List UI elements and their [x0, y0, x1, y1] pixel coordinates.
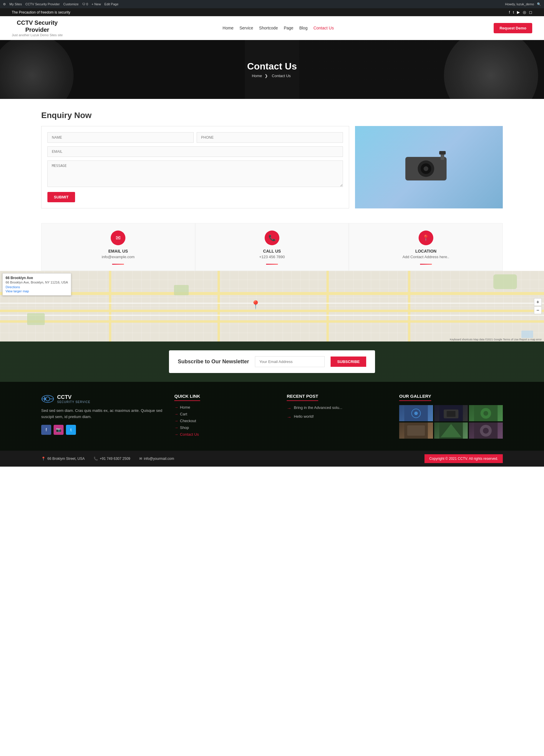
- comments-badge: 🗨 0: [82, 2, 88, 6]
- hero-banner: Contact Us Home ❯ Contact Us: [0, 40, 544, 99]
- request-demo-button[interactable]: Request Demo: [494, 23, 532, 33]
- post-text-2[interactable]: Hello world!: [294, 414, 314, 419]
- logo-subtitle: Just another Luzuk Demo Sites site: [12, 33, 63, 37]
- nav-blog[interactable]: Blog: [299, 26, 308, 30]
- footer-post-1: → Bring in the Advanced solu...: [287, 405, 390, 411]
- footer-instagram-button[interactable]: 📷: [54, 425, 64, 435]
- twitter-top-link[interactable]: t: [513, 10, 514, 14]
- gallery-item-5[interactable]: [434, 422, 468, 439]
- svg-rect-16: [447, 411, 455, 417]
- footer-links-list: → Home → Cart → Checkout → Shop → Contac…: [174, 405, 278, 437]
- form-name-phone-row: [47, 132, 343, 143]
- subscribe-button[interactable]: SUBSCRIBE: [331, 357, 366, 367]
- hero-content: Contact Us Home ❯ Contact Us: [247, 61, 297, 78]
- instagram-top-link[interactable]: ◻: [529, 10, 532, 14]
- footer-link-home[interactable]: → Home: [174, 405, 278, 409]
- message-input[interactable]: [47, 160, 343, 187]
- list-item: → Home: [174, 405, 278, 409]
- nav-contact[interactable]: Contact Us: [314, 26, 334, 30]
- footer-link-shop[interactable]: → Shop: [174, 425, 278, 430]
- footer-quick-link-title: QUICK LINK: [174, 394, 200, 401]
- gallery-item-6[interactable]: [469, 422, 503, 439]
- footer-link-cart[interactable]: → Cart: [174, 412, 278, 416]
- new-link[interactable]: + New: [92, 2, 101, 6]
- youtube-top-link[interactable]: ▶: [517, 10, 520, 14]
- svg-point-13: [414, 412, 418, 415]
- newsletter-section: Subscribe to Our Newsletter SUBSCRIBE: [0, 341, 544, 382]
- gallery-item-4[interactable]: [399, 422, 433, 439]
- footer-logo-text: CCTV SECURITY SERVICE: [57, 394, 90, 404]
- list-item: → Shop: [174, 425, 278, 430]
- map-zoom-in[interactable]: +: [534, 298, 542, 306]
- email-card-divider: [112, 264, 124, 265]
- search-icon[interactable]: 🔍: [537, 2, 541, 6]
- phone-text: +91 749 6307 2509: [100, 457, 130, 461]
- vimeo-top-link[interactable]: ◎: [523, 10, 526, 14]
- footer-quick-links: QUICK LINK → Home → Cart → Checkout → Sh…: [174, 394, 278, 439]
- nav-home[interactable]: Home: [223, 26, 233, 30]
- footer-post-2: → Hello world!: [287, 414, 390, 420]
- nav-shortcode[interactable]: Shortcode: [259, 26, 278, 30]
- list-item: → Cart: [174, 412, 278, 416]
- footer-link-checkout[interactable]: → Checkout: [174, 419, 278, 423]
- gallery-item-3[interactable]: [469, 405, 503, 421]
- submit-button[interactable]: SUBMIT: [47, 192, 75, 202]
- enquiry-form-card: SUBMIT: [41, 126, 349, 208]
- email-bottom-icon: ✉: [139, 457, 142, 461]
- breadcrumb-home-link[interactable]: Home: [252, 74, 262, 78]
- location-card-title: LOCATION: [354, 249, 498, 253]
- contact-cards: ✉ EMAIL US info@example.com 📞 CALL US +1…: [41, 223, 503, 271]
- howdy-text: Howdy, luzuk_demo: [505, 2, 534, 6]
- footer-link-contact[interactable]: → Contact Us: [174, 432, 278, 437]
- svg-rect-5: [439, 151, 446, 155]
- phone-icon: 📞: [265, 231, 279, 245]
- site-logo: CCTV Security Provider Just another Luzu…: [12, 19, 63, 37]
- phone-input[interactable]: [197, 132, 343, 143]
- email-input[interactable]: [47, 146, 343, 157]
- post-text-1[interactable]: Bring in the Advanced solu...: [294, 405, 342, 410]
- directions-link[interactable]: Directions: [6, 285, 68, 289]
- footer-recent-posts: RECENT POST → Bring in the Advanced solu…: [287, 394, 390, 439]
- gallery-grid: [399, 405, 503, 439]
- my-sites-link[interactable]: My Sites: [9, 2, 22, 6]
- top-message: The Precaution of freedom is security: [12, 10, 70, 14]
- email-card-info: info@example.com: [46, 255, 190, 259]
- footer-twitter-button[interactable]: t: [66, 425, 76, 435]
- contact-card-phone: 📞 CALL US +123 456 7890: [195, 223, 349, 271]
- provider-link[interactable]: CCTV Security Provider: [25, 2, 60, 6]
- footer-gallery-title: OUR GALLERY: [399, 394, 431, 401]
- admin-bar-left: ⚙ My Sites CCTV Security Provider Custom…: [3, 2, 118, 6]
- customize-link[interactable]: Customize: [63, 2, 79, 6]
- map-placeholder: 📍 66 Brooklyn Ave 66 Brooklyn Ave, Brook…: [0, 271, 544, 341]
- address-text: 66 Broklym Street, USA: [47, 457, 85, 461]
- newsletter-email-input[interactable]: [255, 356, 325, 367]
- view-larger-map-link[interactable]: View larger map: [6, 289, 68, 293]
- gallery-item-2[interactable]: [434, 405, 468, 421]
- nav-page[interactable]: Page: [284, 26, 293, 30]
- contact-card-email: ✉ EMAIL US info@example.com: [41, 223, 195, 271]
- nav-service[interactable]: Service: [239, 26, 253, 30]
- breadcrumb-separator: ❯: [265, 74, 269, 78]
- email-text: info@yourmail.com: [144, 457, 174, 461]
- footer-facebook-button[interactable]: f: [41, 425, 51, 435]
- phone-card-title: CALL US: [200, 249, 344, 253]
- footer-about: CCTV SECURITY SERVICE Sed sed sem diam. …: [41, 394, 165, 439]
- map-info-box: 66 Brooklyn Ave 66 Brooklyn Ave, Brookly…: [2, 273, 71, 296]
- name-input[interactable]: [47, 132, 194, 143]
- email-icon: ✉: [111, 231, 125, 245]
- enquiry-section: Enquiry Now SUBMIT: [0, 99, 544, 220]
- bottom-phone: 📞 +91 749 6307 2509: [94, 457, 130, 461]
- phone-bottom-icon: 📞: [94, 457, 98, 461]
- svg-rect-4: [441, 154, 444, 160]
- svg-point-26: [483, 428, 489, 434]
- gallery-item-1[interactable]: [399, 405, 433, 421]
- logo-title: CCTV Security Provider: [12, 19, 63, 33]
- edit-link[interactable]: Edit Page: [105, 2, 119, 6]
- facebook-top-link[interactable]: f: [509, 10, 510, 14]
- top-bar: The Precaution of freedom is security f …: [0, 8, 544, 16]
- contact-card-location: 📍 LOCATION Add Contact Address here..: [349, 223, 503, 271]
- post-arrow-2: →: [287, 415, 291, 420]
- map-zoom-out[interactable]: −: [534, 306, 542, 314]
- footer-description: Sed sed sem diam. Cras quis mattis ex, a…: [41, 408, 165, 420]
- site-header: CCTV Security Provider Just another Luzu…: [0, 16, 544, 40]
